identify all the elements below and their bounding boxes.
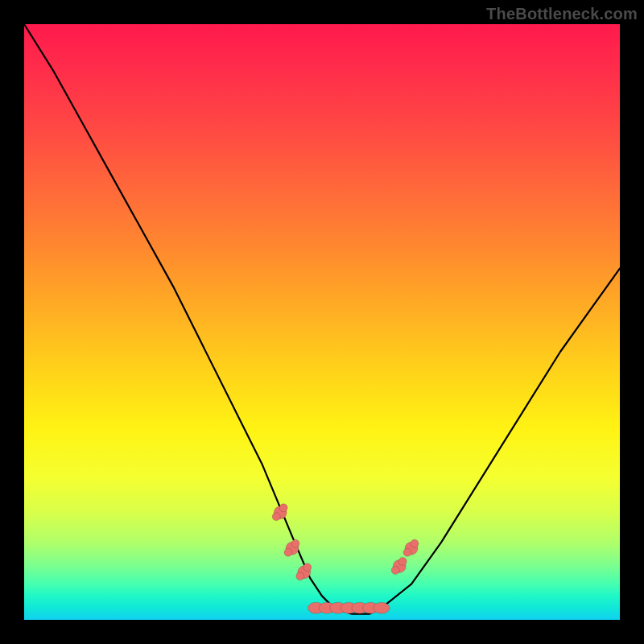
data-marker — [391, 566, 399, 574]
data-marker — [374, 602, 390, 613]
chart-frame: TheBottleneck.com — [0, 0, 644, 644]
data-marker — [403, 548, 411, 556]
data-marker — [398, 557, 407, 565]
data-marker — [272, 513, 280, 521]
marker-layer — [272, 504, 419, 613]
watermark-text: TheBottleneck.com — [486, 5, 638, 23]
bottleneck-curve — [24, 24, 620, 614]
chart-overlay — [24, 24, 620, 620]
data-marker — [411, 539, 419, 547]
data-marker — [303, 564, 312, 572]
data-marker — [291, 539, 299, 547]
data-marker — [296, 572, 304, 580]
data-marker — [279, 504, 287, 512]
data-marker — [284, 548, 292, 556]
